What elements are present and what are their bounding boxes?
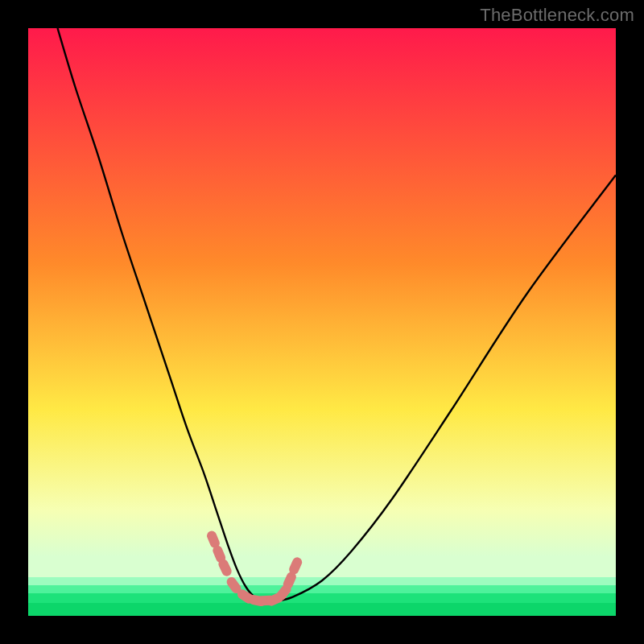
outer-frame: TheBottleneck.com [0, 0, 644, 644]
plot-area [28, 28, 616, 616]
curve-layer [28, 28, 616, 616]
watermark-text: TheBottleneck.com [480, 5, 634, 26]
bottleneck-curve [58, 28, 617, 601]
